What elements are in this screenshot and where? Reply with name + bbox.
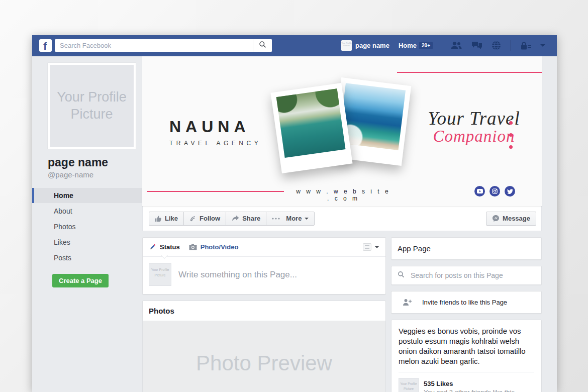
search-input[interactable] <box>55 42 253 49</box>
navbar-home-link[interactable]: Home <box>399 42 417 49</box>
messages-icon[interactable] <box>471 41 482 50</box>
navbar-divider <box>511 40 511 51</box>
search-icon <box>259 41 266 50</box>
sidebar-item-posts[interactable]: Posts <box>32 250 142 265</box>
likes-friends-text: You and 3 other friends like this <box>424 388 515 392</box>
polaroid-photo-pool <box>270 83 352 173</box>
main-content: NAUNA TRAVEL AGENCY Your Travel Companio… <box>142 56 557 392</box>
search-button[interactable] <box>253 39 272 52</box>
cover-slogan: Your Travel Companion <box>411 108 537 146</box>
top-navbar: f Your Profile Picture page name Home 20… <box>32 35 557 56</box>
composer-options[interactable] <box>363 243 379 251</box>
composer-input[interactable]: Write something on this Page... <box>178 270 297 280</box>
slogan-line-1: Your Travel <box>411 108 537 129</box>
slogan-line-2: Companion <box>411 127 537 146</box>
page-handle: @page-name <box>48 170 142 179</box>
photos-section: Photos Photo Preview <box>142 301 386 392</box>
sidebar-item-photos[interactable]: Photos <box>32 219 142 234</box>
invite-friends-label: Invite friends to like this Page <box>422 299 507 306</box>
message-button[interactable]: Message <box>486 212 536 226</box>
sidebar-item-likes[interactable]: Likes <box>32 235 142 250</box>
photos-section-title: Photos <box>143 301 385 321</box>
tab-photo-video[interactable]: Photo/Video <box>189 243 239 251</box>
follow-button[interactable]: Follow <box>183 212 226 226</box>
photo-preview-label: Photo Preview <box>196 351 332 375</box>
notifications-globe-icon[interactable] <box>492 41 501 50</box>
message-icon <box>492 215 500 222</box>
facebook-search-bar <box>55 39 272 52</box>
share-icon <box>232 215 239 222</box>
friend-requests-icon[interactable] <box>450 41 462 50</box>
more-button[interactable]: More <box>266 212 315 226</box>
composer-caret-icon <box>374 246 379 248</box>
youtube-icon[interactable] <box>474 186 485 197</box>
notification-count-badge: 20+ <box>419 42 433 49</box>
posts-column: Status Photo/Video <box>142 237 386 392</box>
more-ellipsis-icon <box>272 218 280 220</box>
sidebar-item-home[interactable]: Home <box>32 188 142 203</box>
search-posts-card <box>391 266 542 285</box>
sidebar-nav: Home About Photos Likes Posts <box>32 188 142 265</box>
cover-accent-line-top <box>397 72 542 73</box>
status-composer: Status Photo/Video <box>142 237 386 295</box>
instagram-icon[interactable] <box>489 186 500 197</box>
facebook-page-mockup: f Your Profile Picture page name Home 20… <box>32 35 557 392</box>
like-button[interactable]: Like <box>149 212 184 226</box>
post-avatar: Your Profile Picture <box>399 378 419 392</box>
follow-icon <box>189 215 197 222</box>
cover-photo[interactable]: NAUNA TRAVEL AGENCY Your Travel Companio… <box>142 56 542 206</box>
posts-search-icon <box>398 271 405 280</box>
post-text: Veggies es bonus vobis, proinde vos post… <box>399 326 534 366</box>
tab-status[interactable]: Status <box>149 243 180 251</box>
composer-avatar: Your Profile Picture <box>149 263 171 286</box>
cover-accent-dots <box>509 121 513 157</box>
likes-count[interactable]: 535 Likes <box>424 380 515 387</box>
invite-friend-icon <box>403 299 412 306</box>
share-button[interactable]: Share <box>226 212 266 226</box>
cover-social-icons <box>474 186 520 197</box>
brand-tagline: TRAVEL AGENCY <box>169 140 261 147</box>
more-caret-icon <box>305 218 309 220</box>
profile-picture-placeholder[interactable]: Your Profile Picture <box>48 63 136 149</box>
camera-icon <box>189 244 197 250</box>
divider <box>399 372 534 372</box>
avatar[interactable]: Your Profile Picture <box>341 40 352 51</box>
status-pencil-icon <box>149 243 156 251</box>
photo-preview-area[interactable]: Photo Preview <box>143 321 385 392</box>
create-page-button[interactable]: Create a Page <box>52 274 109 287</box>
posts-search-input[interactable] <box>411 271 535 279</box>
account-caret-icon[interactable] <box>540 44 545 47</box>
invite-friends-card[interactable]: Invite friends to like this Page <box>391 291 542 314</box>
left-sidebar: Your Profile Picture page name @page-nam… <box>32 56 142 392</box>
privacy-shortcuts-icon[interactable] <box>521 42 531 50</box>
page-action-bar: Like Follow Share More <box>142 206 542 231</box>
composer-options-icon <box>363 243 371 251</box>
facebook-logo[interactable]: f <box>39 39 52 52</box>
twitter-icon[interactable] <box>505 186 515 197</box>
app-page-card[interactable]: App Page <box>391 237 542 260</box>
sidebar-item-about[interactable]: About <box>32 204 142 219</box>
cover-accent-line-bottom <box>147 191 284 192</box>
cover-website-url: w w w . w e b s i t e . c o m <box>293 188 394 202</box>
cover-brand: NAUNA TRAVEL AGENCY <box>169 118 261 147</box>
post-card: Veggies es bonus vobis, proinde vos post… <box>391 320 542 392</box>
right-column: App Page Invite friends to like this Pag… <box>391 237 542 392</box>
brand-name: NAUNA <box>169 118 261 136</box>
like-icon <box>155 215 162 222</box>
page-title: page name <box>48 156 142 169</box>
navbar-page-name[interactable]: page name <box>355 42 389 49</box>
